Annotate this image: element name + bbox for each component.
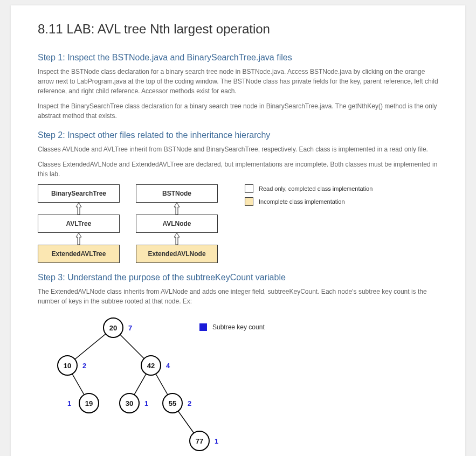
legend-incomplete: Incomplete class implementation	[245, 197, 372, 206]
svg-marker-0	[76, 203, 81, 215]
legend-square-icon	[245, 197, 253, 206]
tree-legend-label: Subtree key count	[212, 323, 265, 331]
legend-readonly-label: Read only, completed class implementatio…	[259, 185, 372, 192]
tree-node-20: 20	[103, 317, 123, 338]
tree-node-42: 42	[141, 355, 161, 376]
tree-node-30: 30	[119, 393, 140, 413]
classbox-extendedavltree: ExtendedAVLTree	[38, 245, 120, 263]
skc-30: 1	[144, 399, 148, 407]
svg-marker-3	[174, 233, 180, 245]
step2-heading: Step 2: Inspect other files related to t…	[38, 130, 438, 140]
skc-19: 1	[67, 399, 71, 407]
tree-diagram: 20 7 10 2 42 4 19 1 30 1 55 2 77 1 Subtr…	[38, 312, 286, 456]
tree-node-10: 10	[57, 355, 78, 376]
lab-title: 8.11 LAB: AVL tree Nth largest operation	[38, 22, 438, 37]
legend-square-icon	[199, 323, 207, 331]
legend-incomplete-label: Incomplete class implementation	[259, 198, 345, 205]
inherit-arrow-icon	[177, 233, 177, 245]
svg-marker-1	[76, 233, 81, 245]
tree-node-19: 19	[79, 393, 99, 413]
tree-edges	[38, 312, 286, 456]
tree-node-55: 55	[162, 393, 183, 413]
step3-heading: Step 3: Understand the purpose of the su…	[38, 273, 438, 282]
tree-legend: Subtree key count	[199, 323, 265, 331]
lab-document: 8.11 LAB: AVL tree Nth largest operation…	[11, 5, 465, 456]
inheritance-col-node: BSTNode AVLNode ExtendedAVLNode	[136, 184, 218, 263]
svg-marker-2	[174, 203, 180, 215]
skc-10: 2	[82, 362, 86, 370]
skc-77: 1	[215, 437, 218, 445]
skc-20: 7	[128, 324, 132, 332]
inherit-arrow-icon	[177, 203, 177, 215]
legend-readonly: Read only, completed class implementatio…	[245, 184, 372, 193]
step1-paragraph-1: Inspect the BSTNode class declaration fo…	[38, 67, 438, 96]
tree-node-77: 77	[189, 431, 210, 451]
step2-paragraph-1: Classes AVLNode and AVLTree inherit from…	[38, 144, 438, 154]
classbox-avlnode: AVLNode	[136, 215, 218, 233]
classbox-bstnode: BSTNode	[136, 184, 218, 203]
legend-square-icon	[245, 184, 253, 193]
classbox-binarysearchtree: BinarySearchTree	[38, 184, 120, 203]
inheritance-col-tree: BinarySearchTree AVLTree ExtendedAVLTree	[38, 184, 120, 263]
inheritance-legend: Read only, completed class implementatio…	[245, 184, 372, 210]
step3-paragraph-1: The ExtendedAVLNode class inherits from …	[38, 287, 438, 306]
inherit-arrow-icon	[79, 203, 79, 215]
step2-paragraph-2: Classes ExtendedAVLNode and ExtendedAVLT…	[38, 160, 438, 179]
inheritance-diagram: BinarySearchTree AVLTree ExtendedAVLTree…	[38, 184, 438, 263]
inherit-arrow-icon	[79, 233, 79, 245]
classbox-extendedavlnode: ExtendedAVLNode	[136, 245, 218, 263]
step1-paragraph-2: Inspect the BinarySearchTree class decla…	[38, 101, 438, 121]
step1-heading: Step 1: Inspect the BSTNode.java and Bin…	[38, 53, 438, 63]
skc-42: 4	[166, 362, 170, 370]
classbox-avltree: AVLTree	[38, 215, 120, 233]
skc-55: 2	[188, 399, 191, 407]
